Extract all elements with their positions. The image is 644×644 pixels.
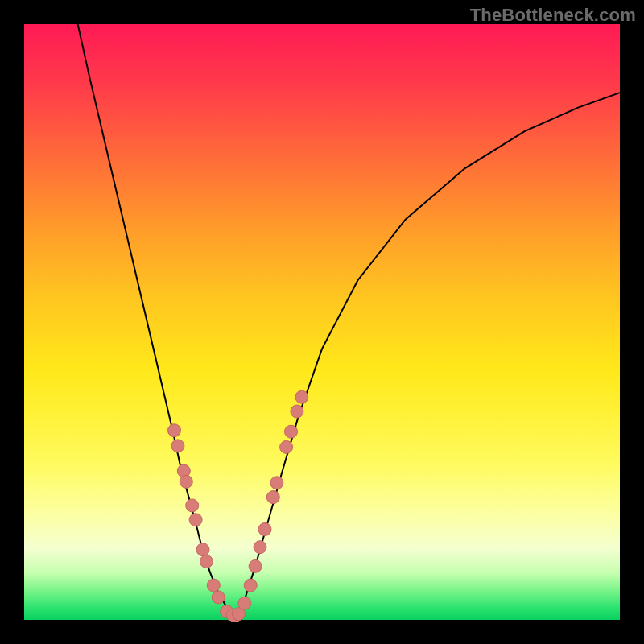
marker-dot xyxy=(180,475,192,488)
marker-dot xyxy=(186,499,199,512)
right-curve-path xyxy=(238,93,620,614)
marker-dot xyxy=(295,390,308,403)
marker-dot xyxy=(280,440,293,453)
chart-svg xyxy=(24,24,620,620)
marker-group xyxy=(168,390,308,621)
marker-dot xyxy=(207,579,220,592)
marker-dot xyxy=(285,425,298,438)
marker-dot xyxy=(291,405,303,418)
marker-dot xyxy=(171,440,184,452)
marker-dot xyxy=(258,523,271,536)
marker-dot xyxy=(189,514,202,526)
marker-dot xyxy=(244,579,257,592)
marker-dot xyxy=(212,591,225,604)
marker-dot xyxy=(238,597,251,609)
marker-dot xyxy=(196,543,209,556)
marker-dot xyxy=(266,491,279,504)
marker-dot xyxy=(200,555,213,568)
marker-dot xyxy=(270,477,283,489)
marker-dot xyxy=(254,541,266,554)
marker-dot xyxy=(249,559,262,572)
left-curve-path xyxy=(78,24,232,614)
watermark-text: TheBottleneck.com xyxy=(470,5,636,26)
marker-dot xyxy=(168,424,181,437)
chart-frame: TheBottleneck.com xyxy=(0,0,644,644)
